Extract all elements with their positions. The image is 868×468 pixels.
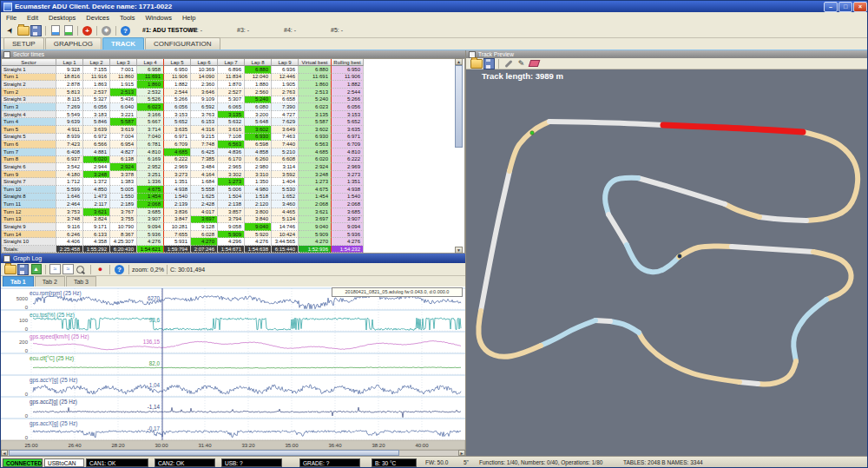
lap-time-cell: 1:684 xyxy=(191,178,218,186)
device-slot-1[interactable]: #1: ADU TESTOWE xyxy=(142,27,197,33)
sector-row[interactable]: Straight 22:8781:8631:9151:8601:8822:360… xyxy=(2,81,464,89)
sector-row[interactable]: Straight 38:1155:3275:4365:5265:2669:109… xyxy=(2,96,464,104)
time-tick: 26:40 xyxy=(68,443,82,448)
minimize-button[interactable]: – xyxy=(824,2,838,12)
start-finish-marker xyxy=(530,131,534,135)
column-header: Lap 3 xyxy=(110,59,137,66)
virtual-best-cell: 5:909 xyxy=(299,231,332,239)
column-header: Lap 7 xyxy=(218,59,245,66)
lap-time-cell: 4:164 xyxy=(191,171,218,179)
chart-button[interactable]: ≈ xyxy=(62,263,75,275)
row-filler xyxy=(364,238,464,246)
sector-row[interactable]: Turn 123:7533:6213:7673:6853:8364:0173:8… xyxy=(2,208,464,216)
track-map[interactable] xyxy=(466,69,868,456)
flag-blue-button[interactable] xyxy=(49,24,62,36)
graph-tab-3[interactable]: Tab 3 xyxy=(66,276,96,287)
sector-row[interactable]: Turn 112:4642:1172:1892:0682:1392:4282:1… xyxy=(2,201,464,208)
sector-row[interactable]: Turn 37:2696:0566:0406:0236:0566:5926:06… xyxy=(2,103,464,111)
menu-edit[interactable]: Edit xyxy=(22,14,43,22)
sector-row[interactable]: Turn 146:2466:1338:3675:9367:6556:0285:9… xyxy=(2,231,464,239)
sector-row[interactable]: Straight 45:5493:1833:2213:1663:1533:763… xyxy=(2,111,464,119)
rolling-best-cell: 4:276 xyxy=(332,238,364,246)
save-button[interactable] xyxy=(16,263,30,275)
sector-row[interactable]: Straight 19:3287:1557:0016:9586:95010:36… xyxy=(2,66,464,74)
settings-button[interactable]: ✱ xyxy=(100,24,113,36)
sector-scroll-thumb[interactable] xyxy=(455,65,463,148)
sector-scroll-down[interactable]: ▼ xyxy=(455,247,463,254)
flag-green-icon xyxy=(64,25,73,36)
chart-button[interactable]: ≈ xyxy=(49,263,62,275)
cursor-button[interactable]: ➤ xyxy=(3,24,16,36)
sector-row[interactable]: Turn 86:9376:0206:1386:1696:2227:3856:17… xyxy=(2,156,464,164)
menu-desktops[interactable]: Desktops xyxy=(43,14,81,22)
sector-scroll-up[interactable]: ▲ xyxy=(455,58,463,65)
open-button[interactable] xyxy=(3,263,16,275)
sector-row[interactable]: Turn 118:81611:91611:86011:69111:90614:0… xyxy=(2,74,464,82)
sector-row[interactable]: Straight 63:5422:9442:9242:9522:9693:484… xyxy=(2,163,464,171)
device-slot-3[interactable]: #3: - xyxy=(237,27,249,33)
menu-help[interactable]: Help xyxy=(177,14,201,22)
open-button[interactable] xyxy=(470,57,483,69)
lap-time-cell: 9:040 xyxy=(245,223,272,231)
row-filler xyxy=(364,208,464,216)
time-tick: 31:40 xyxy=(198,443,212,448)
sector-name-cell: Turn 1 xyxy=(2,74,56,82)
sector-row[interactable]: Turn 54:9113:6393:6193:7143:6354:3163:61… xyxy=(2,126,464,134)
menu-windows[interactable]: Windows xyxy=(141,14,177,22)
sector-row[interactable]: Straight 81:6461:4731:5501:4541:5401:625… xyxy=(2,194,464,201)
graph-scroll-right[interactable]: ► xyxy=(458,450,465,456)
save-button[interactable] xyxy=(30,24,43,36)
sector-row[interactable]: Turn 133:7483:8243:7553:9073:8473:6973:7… xyxy=(2,216,464,224)
tab-configuration[interactable]: CONFIGURATION xyxy=(145,37,220,49)
lap-time-cell: 6:065 xyxy=(218,103,245,111)
zoom-button[interactable] xyxy=(75,263,88,275)
tab-track[interactable]: TRACK xyxy=(102,37,144,49)
menu-devices[interactable]: Devices xyxy=(81,14,115,22)
app-window: Ecumaster ADU Client. Device name: 1771-… xyxy=(0,0,868,468)
device-slot-5[interactable]: #5: - xyxy=(331,27,343,33)
help-button[interactable]: ? xyxy=(119,24,132,36)
sector-row[interactable]: Turn 49:6395:8465:5875:6675:6526:1535:63… xyxy=(2,118,464,126)
export-button[interactable]: ▲ xyxy=(30,263,43,275)
graph-plot[interactable]: ecu.rpm[rpm] (25 Hz)500006270ecu.tps[%] … xyxy=(1,287,465,450)
tab-setup[interactable]: SETUP xyxy=(3,37,44,49)
graph-scroll-thumb[interactable] xyxy=(9,450,399,456)
help-button[interactable]: ? xyxy=(113,263,126,275)
save-button[interactable] xyxy=(483,57,496,69)
wrench-button[interactable] xyxy=(502,57,515,69)
sector-name-cell: Straight 1 xyxy=(2,66,56,74)
sector-row[interactable]: Turn 25:8132:5372:5132:5322:5443:6462:52… xyxy=(2,89,464,96)
lap-time-cell: 6:170 xyxy=(218,156,245,164)
sector-row[interactable]: Turn 67:4236:5666:9546:7816:7097:7486:56… xyxy=(2,141,464,148)
menu-tools[interactable]: Tools xyxy=(115,14,141,22)
sector-row[interactable]: Straight 71:7121:3721:3831:3361:3511:684… xyxy=(2,178,464,186)
eraser-button[interactable] xyxy=(528,57,541,69)
column-header: Lap 8 xyxy=(245,59,272,66)
lap-time-cell: 9:171 xyxy=(83,223,110,231)
sector-row[interactable]: Straight 104:4064:3584:25:3074:2765:9314… xyxy=(2,238,464,246)
pencil-button[interactable]: ✎ xyxy=(515,57,528,69)
lap-time-cell: 3:251 xyxy=(137,171,164,179)
open-button[interactable] xyxy=(16,24,30,36)
record-button[interactable]: ● xyxy=(94,263,107,275)
graph-scroll-left[interactable]: ◄ xyxy=(1,450,8,456)
sector-row[interactable]: Turn 94:1803:2483:3783:2513:2734:1643:30… xyxy=(2,171,464,179)
device-slot-4[interactable]: #4: - xyxy=(284,27,296,33)
graph-tab-1[interactable]: Tab 1 xyxy=(3,276,34,287)
sector-row[interactable]: Turn 105:5994:8505:0054:6754:9385:5585:0… xyxy=(2,186,464,194)
row-filler xyxy=(364,201,464,208)
add-device-button[interactable]: + xyxy=(81,24,94,36)
flag-green-button[interactable] xyxy=(62,24,75,36)
sector-row[interactable]: Turn 76:4084:8814:8274:8104:6856:4254:83… xyxy=(2,148,464,156)
tab-graphlog[interactable]: GRAPHLOG xyxy=(45,37,102,49)
rolling-best-cell: 6:950 xyxy=(332,66,364,74)
menu-file[interactable]: File xyxy=(1,14,22,22)
sector-row[interactable]: Straight 99:1169:17110:7909:09410:2819:1… xyxy=(2,223,464,231)
close-button[interactable]: × xyxy=(853,2,867,12)
lap-time-cell: 6:020 xyxy=(83,156,110,164)
sector-row[interactable]: Straight 58:9396:9727:0047:0406:9719:215… xyxy=(2,134,464,142)
device-slot-2[interactable]: #2: - xyxy=(190,27,202,33)
lap-time-cell: 4:017 xyxy=(191,208,218,216)
maximize-button[interactable]: □ xyxy=(838,2,852,12)
graph-tab-2[interactable]: Tab 2 xyxy=(35,276,65,287)
